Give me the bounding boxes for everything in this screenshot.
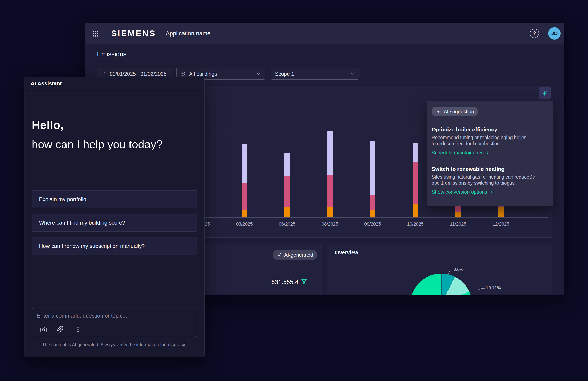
suggestion-title-1: Optimize boiler efficiency <box>432 126 497 133</box>
scope-value: Scope 1 <box>275 71 294 77</box>
bar-segment-segment-middle-pink <box>327 175 333 206</box>
chevron-right-icon <box>489 190 494 194</box>
bar-segment-segment-bottom-orange <box>498 207 504 217</box>
bar-segment-segment-top-lavender <box>370 141 375 195</box>
assistant-disclaimer: The content is AI generated. Always veri… <box>24 342 204 347</box>
date-range-value: 01/01/2025 - 01/02/2025 <box>110 71 166 77</box>
bar-segment-segment-middle-pink <box>284 176 290 207</box>
kpi-value: 531.555,4 <box>272 279 298 285</box>
ai-suggestion-popover: AI suggestion Optimize boiler efficiency… <box>427 101 553 206</box>
bar-segment-segment-top-lavender <box>242 144 247 183</box>
pie-label-small: 0.6% <box>454 267 463 272</box>
overview-title: Overview <box>335 249 358 256</box>
show-conversion-options-link[interactable]: Show conversion options <box>432 189 494 195</box>
scope-dropdown[interactable]: Scope 1 <box>271 68 359 80</box>
bar-segment-segment-bottom-orange <box>370 210 375 217</box>
pie-label-large: 10.71% <box>486 285 501 290</box>
bar-segment-segment-bottom-orange <box>327 206 333 217</box>
assistant-suggestion-portfolio[interactable]: Explain my portfolio <box>32 190 197 208</box>
bar-segment-segment-bottom-orange <box>242 210 247 217</box>
suggestion-title-2: Switch to renewable heating <box>432 166 504 172</box>
overview-card: Overview 0.6% 10.71% <box>328 244 553 295</box>
x-axis-label: 06/2025 <box>275 221 300 227</box>
ai-generated-badge: AI-generated <box>273 250 317 260</box>
calendar-icon <box>101 71 107 77</box>
suggestion-body-2: Sites using natural gas for heating can … <box>432 174 535 186</box>
sparkle-icon <box>436 109 441 114</box>
x-axis-label: 03/2025 <box>232 221 257 227</box>
ai-sparkle-button[interactable] <box>539 87 551 99</box>
x-axis-label: 09/2025 <box>360 221 385 227</box>
ai-suggestion-badge: AI suggestion <box>432 107 478 116</box>
avatar[interactable]: JD <box>548 27 561 40</box>
schedule-maintenance-link[interactable]: Schedule maintainance <box>432 150 490 156</box>
chevron-down-icon <box>256 71 261 77</box>
location-pin-icon <box>180 71 186 77</box>
assistant-input-container <box>32 308 197 337</box>
app-launcher-icon[interactable] <box>92 30 100 38</box>
application-name: Application name <box>166 30 210 37</box>
suggestion-body-1: Recommend tuning or replacing aging boil… <box>432 134 526 147</box>
attachment-paperclip-icon[interactable] <box>57 326 64 333</box>
sparkle-icon <box>277 252 282 257</box>
bar-segment-segment-top-lavender <box>327 131 333 175</box>
filter-funnel-icon[interactable] <box>301 278 307 285</box>
bar-segment-segment-bottom-orange <box>413 204 418 217</box>
bar-segment-segment-bottom-orange <box>284 207 290 217</box>
bar-segment-segment-middle-pink <box>242 183 247 210</box>
ai-generated-label: AI-generated <box>284 252 313 258</box>
bar-segment-segment-top-lavender <box>413 143 418 162</box>
bar-segment-segment-middle-pink <box>413 162 418 204</box>
assistant-greeting-bold: Hello, <box>32 118 63 132</box>
camera-icon[interactable] <box>40 326 47 333</box>
ai-suggestion-label: AI suggestion <box>444 109 474 114</box>
assistant-title: AI Assistant <box>31 80 62 87</box>
help-icon[interactable]: ? <box>530 29 539 38</box>
siemens-logo: SIEMENS <box>111 29 156 38</box>
x-axis-label: 11/2025 <box>446 221 471 227</box>
x-axis-label: 12/2025 <box>488 221 513 227</box>
assistant-suggestion-building-score[interactable]: Where can I find my building score? <box>32 214 197 232</box>
assistant-command-input[interactable] <box>37 311 191 321</box>
assistant-suggestion-subscription[interactable]: How can I renew my subscription manually… <box>32 237 197 255</box>
bar-segment-segment-bottom-orange <box>455 212 461 217</box>
buildings-value: All buildings <box>189 71 217 77</box>
divider <box>24 91 204 91</box>
more-options-kebab-icon[interactable] <box>74 326 82 333</box>
bar-segment-segment-top-lavender <box>284 153 290 176</box>
ai-assistant-panel: AI Assistant Hello, how can I help you t… <box>23 77 205 357</box>
app-header: SIEMENS Application name ? JD <box>85 22 565 44</box>
page-title: Emissions <box>97 50 126 58</box>
overview-pie-chart <box>410 273 472 295</box>
bar-segment-segment-middle-pink <box>370 195 375 210</box>
assistant-greeting: how can I help you today? <box>32 138 162 151</box>
x-axis-label: 10/2025 <box>403 221 428 227</box>
chevron-right-icon <box>485 150 490 155</box>
chevron-down-icon <box>349 71 355 77</box>
x-axis-label: 08/2025 <box>317 221 342 227</box>
